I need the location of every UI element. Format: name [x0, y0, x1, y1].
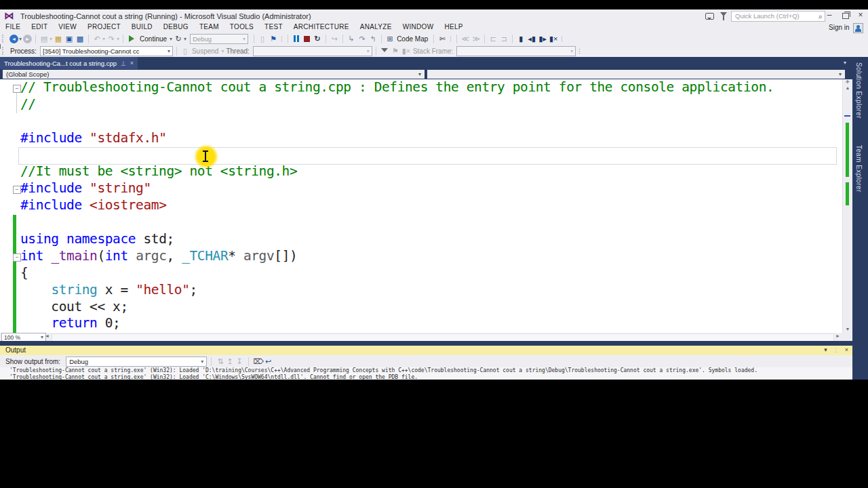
- member-combobox[interactable]: ▾: [427, 70, 845, 79]
- menu-view[interactable]: VIEW: [58, 23, 77, 30]
- clear-bookmarks-button[interactable]: ▮×: [549, 33, 558, 44]
- new-file-button[interactable]: ▤: [39, 33, 49, 44]
- output-text-area[interactable]: 'Troubleshooting-Cannot cout a string.ex…: [0, 367, 852, 380]
- toggle-word-wrap-button[interactable]: ↩: [264, 356, 273, 367]
- continue-dropdown[interactable]: ▾: [170, 36, 172, 42]
- scroll-left-icon[interactable]: ◄: [45, 333, 50, 338]
- show-threads-button[interactable]: ⚑: [269, 33, 278, 44]
- debug-config-combobox[interactable]: Debug▾: [190, 34, 248, 44]
- break-all-button[interactable]: [293, 35, 300, 42]
- bookmarks-overflow[interactable]: ⋮: [559, 36, 564, 42]
- save-button[interactable]: ▣: [64, 33, 74, 44]
- find-message-icon[interactable]: ⇅: [216, 356, 225, 367]
- prev-message-icon[interactable]: ↥: [225, 356, 235, 367]
- toolbar-overflow[interactable]: ⋮: [279, 36, 284, 42]
- unindent-button[interactable]: ≪: [460, 33, 470, 44]
- menu-help[interactable]: HELP: [444, 23, 462, 30]
- close-icon[interactable]: ×: [845, 346, 848, 353]
- pin-icon[interactable]: ⊤: [121, 60, 126, 66]
- menu-test[interactable]: TEST: [264, 23, 283, 30]
- side-tab-solution-explorer[interactable]: Solution Explorer: [855, 62, 863, 119]
- pin-icon[interactable]: ⊤: [833, 346, 839, 353]
- document-tab[interactable]: Troubleshooting-Ca...t cout a string.cpp…: [0, 57, 138, 69]
- thread-flag-icon[interactable]: ⚑: [391, 45, 400, 56]
- save-all-button[interactable]: ▩: [75, 33, 85, 44]
- undo-button[interactable]: ↶: [92, 33, 102, 44]
- document-list-dropdown[interactable]: ▾: [844, 60, 846, 66]
- menu-project[interactable]: PROJECT: [87, 23, 121, 30]
- continue-play-icon[interactable]: [129, 35, 138, 42]
- step-into-button[interactable]: ↳: [347, 33, 356, 44]
- open-file-button[interactable]: ▦: [54, 33, 63, 44]
- menu-analyze[interactable]: ANALYZE: [360, 23, 392, 30]
- device-target-icon[interactable]: ▯: [258, 33, 267, 44]
- collapse-region-toggle[interactable]: –: [13, 85, 21, 93]
- title-bar[interactable]: ⋈ Troubleshooting-Cannot cout a string (…: [0, 9, 868, 23]
- redo-button[interactable]: ↷: [106, 33, 116, 44]
- debug-location-overflow[interactable]: ⋮: [576, 48, 582, 54]
- stack-frame-combobox[interactable]: ▾: [456, 46, 576, 56]
- scope-combobox[interactable]: (Global Scope) ▾: [3, 70, 425, 79]
- toggle-bookmark-button[interactable]: ▮: [516, 33, 526, 44]
- collapse-region-toggle[interactable]: –: [13, 186, 21, 194]
- step-out-button[interactable]: ↰: [368, 33, 378, 44]
- next-bookmark-button[interactable]: ▮▸: [538, 33, 547, 44]
- navigate-back-button[interactable]: ◄: [9, 35, 18, 43]
- output-source-combobox[interactable]: Debug ▾: [66, 357, 207, 367]
- navigate-forward-button[interactable]: ►: [23, 35, 32, 43]
- show-next-statement-button[interactable]: ↪: [330, 33, 339, 44]
- menu-tools[interactable]: TOOLS: [230, 23, 254, 30]
- scroll-right-icon[interactable]: ►: [835, 333, 840, 338]
- restore-button[interactable]: [840, 10, 852, 21]
- step-over-button[interactable]: ↷: [357, 33, 367, 44]
- editor-vertical-scrollbar[interactable]: ✚ ▲ ▼: [842, 79, 852, 333]
- prev-bookmark-button[interactable]: ◂▮: [527, 33, 536, 44]
- continue-button[interactable]: Continue: [140, 35, 167, 43]
- side-tab-team-explorer[interactable]: Team Explorer: [855, 145, 863, 192]
- restart-dropdown[interactable]: ▾: [184, 36, 186, 42]
- uncomment-button[interactable]: ⊐: [499, 33, 509, 44]
- process-combobox[interactable]: [3540] Troubleshooting-Cannot cc▾: [40, 46, 173, 56]
- suspend-dropdown[interactable]: ▾: [221, 48, 224, 54]
- code-editor[interactable]: // Troubleshooting-Cannot cout a string.…: [0, 79, 842, 333]
- stop-debugging-button[interactable]: [304, 36, 310, 42]
- menu-edit[interactable]: EDIT: [31, 23, 47, 30]
- window-position-dropdown[interactable]: ▾: [824, 346, 827, 353]
- menu-window[interactable]: WINDOW: [403, 23, 434, 30]
- thread-combobox[interactable]: ▾: [253, 46, 372, 56]
- menu-architecture[interactable]: ARCHITECTURE: [294, 23, 349, 30]
- undo-dropdown[interactable]: ▾: [102, 36, 105, 42]
- user-avatar[interactable]: [853, 23, 863, 33]
- redo-dropdown[interactable]: ▾: [117, 36, 119, 42]
- scroll-up-icon[interactable]: ▲: [843, 85, 852, 90]
- thread-filter-icon[interactable]: [381, 48, 388, 56]
- clear-all-output-button[interactable]: ⌦: [253, 356, 264, 367]
- feedback-icon[interactable]: [705, 13, 714, 20]
- filter-funnel-icon[interactable]: [720, 12, 727, 20]
- minimize-button[interactable]: –: [823, 10, 835, 21]
- pane-splitter[interactable]: [0, 341, 868, 346]
- new-file-dropdown[interactable]: ▾: [50, 36, 52, 42]
- menu-debug[interactable]: DEBUG: [163, 23, 189, 30]
- quick-launch-input[interactable]: Quick Launch (Ctrl+Q) ⌕: [731, 11, 825, 22]
- indent-button[interactable]: ≫: [471, 33, 481, 44]
- scroll-down-icon[interactable]: ▼: [843, 327, 852, 331]
- close-icon[interactable]: ×: [130, 60, 134, 66]
- close-button[interactable]: ×: [854, 10, 867, 21]
- output-header[interactable]: Output ▾ ⊤ ×: [0, 346, 852, 355]
- collapse-region-toggle[interactable]: –: [13, 253, 21, 262]
- restart-app-button[interactable]: ↻: [174, 33, 183, 44]
- snippet-icon[interactable]: ✄: [437, 33, 447, 44]
- menu-team[interactable]: TEAM: [199, 23, 219, 30]
- restart-debugging-button[interactable]: ↻: [313, 33, 322, 44]
- splitter-handle-icon[interactable]: ✚: [843, 79, 852, 85]
- menu-build[interactable]: BUILD: [132, 23, 153, 30]
- sign-in-link[interactable]: Sign in: [829, 24, 850, 31]
- next-message-icon[interactable]: ↧: [235, 356, 244, 367]
- suspend-button[interactable]: Suspend: [192, 47, 218, 55]
- thread-frames-icon[interactable]: ▮×: [401, 45, 411, 56]
- menu-file[interactable]: FILE: [5, 23, 20, 30]
- code-map-button[interactable]: Code Map: [397, 35, 428, 43]
- comment-button[interactable]: ⊏: [488, 33, 498, 44]
- navigate-back-dropdown[interactable]: ▾: [19, 36, 22, 42]
